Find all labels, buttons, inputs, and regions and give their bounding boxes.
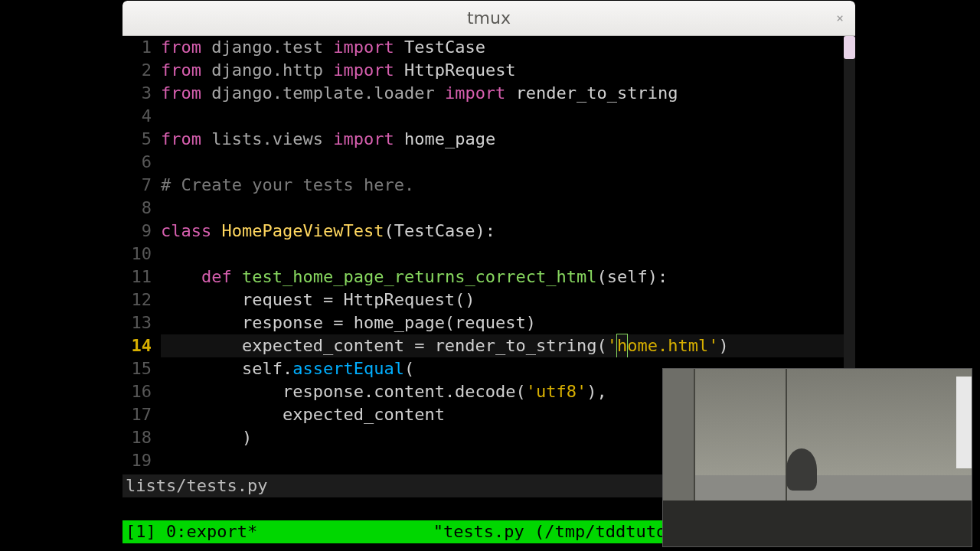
statusline-file: lists/tests.py bbox=[126, 474, 267, 497]
line-number: 10 bbox=[122, 243, 161, 266]
line-number: 2 bbox=[122, 59, 161, 82]
line-number: 18 bbox=[122, 426, 161, 449]
webcam-overlay bbox=[662, 368, 972, 547]
line-number: 7 bbox=[122, 174, 161, 197]
line-number: 11 bbox=[122, 266, 161, 289]
tmux-session[interactable]: [1] 0:export* bbox=[126, 520, 257, 543]
line-number: 15 bbox=[122, 357, 161, 380]
line-number: 1 bbox=[122, 36, 161, 59]
line-number: 4 bbox=[122, 105, 161, 128]
line-number: 5 bbox=[122, 128, 161, 151]
line-number: 14 bbox=[122, 334, 161, 357]
line-number: 17 bbox=[122, 403, 161, 426]
line-number: 16 bbox=[122, 380, 161, 403]
line-number: 3 bbox=[122, 82, 161, 105]
line-number: 13 bbox=[122, 311, 161, 334]
line-number: 6 bbox=[122, 151, 161, 174]
cursor: h bbox=[616, 334, 628, 358]
titlebar: tmux × bbox=[122, 1, 855, 36]
close-icon[interactable]: × bbox=[832, 11, 848, 26]
line-number: 9 bbox=[122, 220, 161, 243]
current-line: 14 expected_content = render_to_string('… bbox=[122, 334, 844, 357]
scrollbar-thumb[interactable] bbox=[844, 36, 855, 59]
window-title: tmux bbox=[467, 8, 511, 28]
line-number: 19 bbox=[122, 449, 161, 472]
line-number: 12 bbox=[122, 289, 161, 311]
line-number: 8 bbox=[122, 197, 161, 220]
